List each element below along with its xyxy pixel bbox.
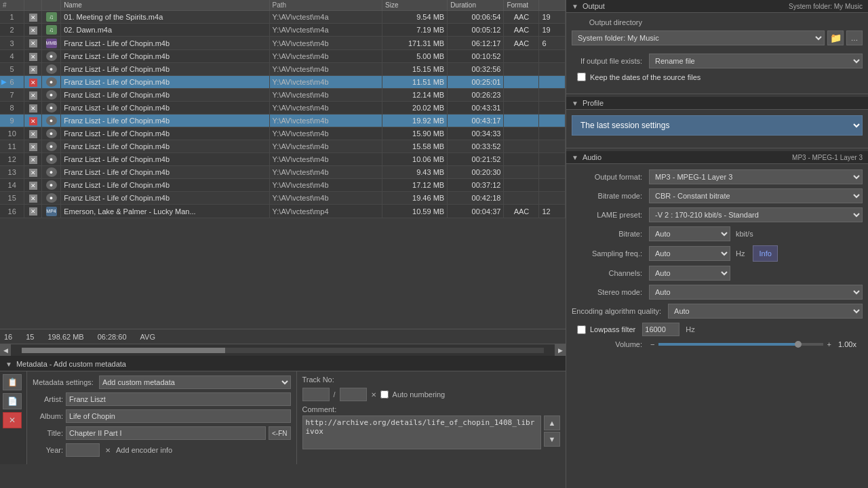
year-label: Year:	[33, 446, 63, 454]
delete-btn[interactable]: ✕	[29, 156, 37, 164]
output-format-select[interactable]: MP3 - MPEG-1 Layer 3	[649, 169, 863, 184]
type-icon: ●	[46, 52, 57, 61]
metadata-copy-btn[interactable]: 📋	[3, 374, 22, 390]
metadata-settings-select[interactable]: Add custom metadata	[99, 375, 291, 389]
table-row[interactable]: 10 ✕ ● Franz Liszt - Life of Chopin.m4b …	[0, 127, 566, 140]
track-no-input2[interactable]	[340, 388, 367, 401]
volume-plus[interactable]: +	[827, 340, 831, 348]
table-row[interactable]: 8 ✕ ● Franz Liszt - Life of Chopin.m4b Y…	[0, 102, 566, 115]
table-row[interactable]: 13 ✕ ● Franz Liszt - Life of Chopin.m4b …	[0, 166, 566, 179]
year-row: Year: ✕ Add encoder info	[33, 443, 291, 457]
profile-select[interactable]: The last session settings	[572, 115, 863, 136]
delete-btn[interactable]: ✕	[29, 53, 37, 61]
metadata-clear-btn[interactable]: ✕	[3, 412, 22, 428]
info-button[interactable]: Info	[753, 245, 777, 262]
encoding-quality-select[interactable]: Auto	[668, 304, 863, 319]
lame-preset-select[interactable]: -V 2 : 170-210 kbit/s - Standard	[649, 207, 863, 222]
volume-minus[interactable]: −	[650, 340, 654, 348]
row-extra	[539, 50, 566, 63]
audio-collapse-icon[interactable]: ▼	[572, 154, 578, 161]
output-collapse-icon[interactable]: ▼	[572, 3, 578, 10]
auto-numbering-checkbox[interactable]	[380, 390, 389, 399]
scroll-thumb[interactable]	[22, 348, 225, 353]
row-format: AAC	[504, 205, 539, 218]
type-icon: ●	[46, 180, 57, 190]
table-row[interactable]: 14 ✕ ● Franz Liszt - Life of Chopin.m4b …	[0, 179, 566, 192]
fn-button[interactable]: <-FN	[269, 426, 291, 440]
table-row[interactable]: 15 ✕ ● Franz Liszt - Life of Chopin.m4b …	[0, 192, 566, 205]
delete-btn[interactable]: ✕	[29, 143, 37, 151]
row-duration: 00:43:31	[448, 102, 504, 115]
table-row[interactable]: 7 ✕ ● Franz Liszt - Life of Chopin.m4b Y…	[0, 89, 566, 102]
table-row[interactable]: 9 ✕ ● Franz Liszt - Life of Chopin.m4b Y…	[0, 115, 566, 127]
sampling-select[interactable]: Auto	[649, 246, 730, 261]
table-row[interactable]: 12 ✕ ● Franz Liszt - Life of Chopin.m4b …	[0, 153, 566, 166]
table-row[interactable]: 2 ✕ ♫ 02. Dawn.m4a Y:\AV\vctest\m4a 7.19…	[0, 24, 566, 37]
table-row[interactable]: 1 ✕ ♫ 01. Meeting of the Spirits.m4a Y:\…	[0, 11, 566, 24]
metadata-collapse-icon[interactable]: ▼	[5, 361, 12, 368]
volume-slider[interactable]	[658, 343, 823, 346]
album-input[interactable]	[66, 409, 291, 423]
row-num: 1	[0, 11, 24, 24]
bitrate-mode-select[interactable]: CBR - Constant bitrate	[649, 188, 863, 203]
horizontal-scrollbar[interactable]: ◀ ▶	[0, 344, 566, 356]
row-num: 4	[0, 50, 24, 63]
delete-btn[interactable]: ✕	[29, 39, 37, 47]
delete-btn[interactable]: ✕	[29, 92, 37, 100]
profile-collapse-icon[interactable]: ▼	[572, 100, 578, 107]
delete-btn[interactable]: ✕	[29, 104, 37, 113]
scroll-left-btn[interactable]: ◀	[0, 344, 11, 357]
comment-scroll-down[interactable]: ▼	[544, 432, 560, 447]
scroll-track[interactable]	[22, 348, 544, 353]
delete-btn[interactable]: ✕	[29, 207, 37, 216]
output-dir-label: Output directory	[572, 18, 646, 26]
col-header-num: #	[0, 0, 24, 11]
lowpass-value-input[interactable]	[642, 323, 679, 336]
stereo-mode-row: Stereo mode: Auto	[572, 285, 863, 300]
lowpass-checkbox[interactable]	[577, 325, 586, 334]
delete-btn[interactable]: ✕	[29, 14, 37, 22]
delete-btn[interactable]: ✕	[29, 66, 37, 74]
row-name: Franz Liszt - Life of Chopin.m4b	[61, 63, 269, 76]
delete-btn[interactable]: ✕	[29, 169, 37, 177]
delete-btn[interactable]: ✕	[29, 182, 37, 190]
lame-preset-label: LAME preset:	[572, 211, 646, 219]
row-path: Y:\AV\vctest\m4b	[269, 63, 382, 76]
channels-select[interactable]: Auto	[649, 266, 730, 281]
track-no-inputs: / ✕ Auto numbering	[302, 388, 561, 401]
delete-btn[interactable]: ✕	[29, 26, 37, 35]
output-browse-btn[interactable]: 📁	[827, 30, 844, 45]
delete-btn[interactable]: ✕	[29, 117, 37, 125]
delete-btn[interactable]: ✕	[29, 130, 37, 138]
metadata-paste-btn[interactable]: 📄	[3, 393, 22, 409]
row-num: 3	[0, 37, 24, 50]
bitrate-select[interactable]: Auto	[649, 226, 730, 241]
table-row[interactable]: 5 ✕ ● Franz Liszt - Life of Chopin.m4b Y…	[0, 63, 566, 76]
output-more-btn[interactable]: …	[846, 30, 863, 45]
table-row[interactable]: 3 ✕ MMB Franz Liszt - Life of Chopin.m4b…	[0, 37, 566, 50]
table-row[interactable]: 4 ✕ ● Franz Liszt - Life of Chopin.m4b Y…	[0, 50, 566, 63]
keep-dates-checkbox[interactable]	[577, 73, 586, 81]
table-row[interactable]: 11 ✕ ● Franz Liszt - Life of Chopin.m4b …	[0, 140, 566, 153]
title-input[interactable]	[66, 426, 266, 440]
track-no-input1[interactable]	[302, 388, 330, 401]
comment-textarea[interactable]: http://archive.org/details/life_of_chopi…	[302, 415, 542, 449]
row-type: ●	[41, 89, 60, 102]
volume-handle[interactable]	[795, 341, 802, 348]
scroll-right-btn[interactable]: ▶	[555, 344, 566, 357]
delete-btn[interactable]: ✕	[29, 195, 37, 203]
row-name: Franz Liszt - Life of Chopin.m4b	[61, 89, 269, 102]
table-row[interactable]: ▶6 ✕ ● Franz Liszt - Life of Chopin.m4b …	[0, 76, 566, 89]
comment-scroll-up[interactable]: ▲	[544, 415, 560, 430]
stereo-mode-select[interactable]: Auto	[649, 285, 863, 300]
delete-btn[interactable]: ✕	[29, 79, 37, 87]
table-row[interactable]: 16 ✕ MP4 Emerson, Lake & Palmer - Lucky …	[0, 205, 566, 218]
type-icon: MMB	[46, 39, 57, 48]
encoding-quality-label: Encoding algorithm quality:	[572, 307, 665, 315]
artist-input[interactable]	[66, 392, 291, 406]
output-dir-select[interactable]: System folder: My Music	[572, 30, 825, 45]
row-format	[504, 76, 539, 89]
year-input[interactable]	[66, 443, 100, 457]
if-exists-select[interactable]: Rename file	[649, 54, 863, 68]
profile-title: Profile	[583, 99, 604, 107]
